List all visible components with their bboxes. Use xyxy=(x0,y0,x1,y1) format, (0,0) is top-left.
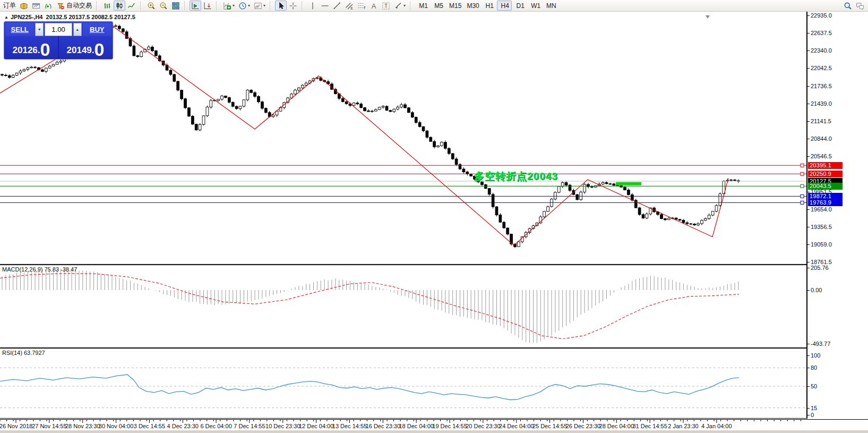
timeframe-h4-button[interactable]: H4 xyxy=(497,1,512,11)
sell-price[interactable]: 20126.0 xyxy=(5,36,57,59)
auto-scroll-icon[interactable] xyxy=(190,1,201,11)
trendline-icon[interactable] xyxy=(331,1,343,11)
time-axis-label: 12 Dec 04:00 xyxy=(299,423,333,429)
tile-windows-icon[interactable] xyxy=(170,1,182,11)
crosshair-icon[interactable] xyxy=(287,1,299,11)
timeframe-m15-button[interactable]: M15 xyxy=(446,1,463,11)
toolbar-separator xyxy=(410,2,412,10)
axis-tick-label: 21736.5 xyxy=(807,83,832,89)
line-chart-icon[interactable] xyxy=(126,1,137,11)
sell-button[interactable]: SELL xyxy=(5,23,34,36)
rsi-indicator-panel[interactable]: RSI(14) 63.7927 xyxy=(0,348,807,419)
auto-trading-button[interactable]: 自动交易 xyxy=(55,1,93,11)
time-axis-label: 19 Dec 14:55 xyxy=(432,423,467,429)
signals-icon[interactable] xyxy=(42,1,54,11)
indicators-icon[interactable]: ▾ xyxy=(221,1,236,11)
mt4-window: 订单自动交易▾▾▾EFAT▾M1M5M15M30H1H4D1W1MN ▲JPN2… xyxy=(0,0,868,433)
toolbar-separator xyxy=(96,2,99,10)
window-bottom-edge xyxy=(0,430,868,433)
trade-panel-divider xyxy=(58,36,59,59)
timeframe-d1-button[interactable]: D1 xyxy=(512,1,527,11)
vertical-line-icon[interactable] xyxy=(307,1,319,11)
timeframe-mn-button[interactable]: MN xyxy=(543,1,558,11)
axis-tick-label: 100 xyxy=(807,352,820,359)
timeframe-m1-button[interactable]: M1 xyxy=(415,1,430,11)
search-icon[interactable] xyxy=(842,1,854,11)
buy-price[interactable]: 20149.0 xyxy=(59,36,111,59)
chat-icon[interactable] xyxy=(854,1,866,11)
market-watch-icon[interactable] xyxy=(18,1,30,11)
zoom-out-icon[interactable] xyxy=(158,1,169,11)
time-axis-label: 4 Dec 23:30 xyxy=(167,423,199,429)
svg-text:F: F xyxy=(364,6,366,10)
timeframe-w1-button[interactable]: W1 xyxy=(528,1,543,11)
new-order-button[interactable]: 订单 xyxy=(0,1,18,11)
timeframe-m30-button[interactable]: M30 xyxy=(463,1,480,11)
chart-window-icon[interactable] xyxy=(30,1,42,11)
volume-decrease-button[interactable]: ▼ xyxy=(35,23,44,36)
price-chart-panel[interactable]: ▲JPN225-,H4 20132.5 20137.5 20082.5 2012… xyxy=(0,12,807,265)
axis-tick-label: 0 xyxy=(807,412,814,418)
axis-tick-label: 50 xyxy=(807,383,817,389)
time-axis-label: 6 Dec 04:00 xyxy=(200,423,231,429)
collapse-icon[interactable]: ▲ xyxy=(4,15,8,20)
macd-axis[interactable]: 205.760.00-493.77 xyxy=(807,265,868,348)
timeframe-h1-button[interactable]: H1 xyxy=(482,1,496,11)
time-axis[interactable]: 26 Nov 201827 Nov 14:5528 Nov 23:3030 No… xyxy=(0,419,868,430)
price-level-tag: 19763.9 xyxy=(808,199,843,206)
svg-text:E: E xyxy=(351,6,354,10)
text-label-icon[interactable]: T xyxy=(380,1,392,11)
time-axis-label: 18 Dec 04:00 xyxy=(399,423,433,429)
chart-annotation-text: 多空转折点20043 xyxy=(474,169,558,183)
toolbar-separator xyxy=(270,2,272,10)
arrows-icon[interactable]: ▾ xyxy=(392,1,407,11)
cursor-icon[interactable] xyxy=(275,1,287,11)
time-axis-label: 16 Dec 23:30 xyxy=(366,423,400,429)
candlestick-chart[interactable] xyxy=(0,12,807,265)
axis-tick-label: 20844.0 xyxy=(807,135,832,142)
sell-price-big-digit: 0 xyxy=(40,41,50,57)
chart-shift-icon[interactable] xyxy=(202,1,213,11)
time-axis-label: 13 Dec 14:55 xyxy=(332,423,367,429)
time-axis-label: 28 Dec 04:00 xyxy=(599,423,634,429)
timeframe-m5-button[interactable]: M5 xyxy=(431,1,445,11)
fibonacci-icon[interactable]: F xyxy=(356,1,367,11)
rsi-label: RSI(14) 63.7927 xyxy=(2,350,45,356)
symbol-period-label: JPN225-,H4 xyxy=(11,14,43,20)
buy-button[interactable]: BUY xyxy=(83,23,111,36)
axis-tick-label: 19059.0 xyxy=(807,241,832,248)
price-level-tag: 20395.1 xyxy=(808,162,843,169)
axis-tick-label: -493.77 xyxy=(807,341,830,347)
macd-indicator-panel[interactable]: MACD(12,26,9) 75.83 -38.47 xyxy=(0,265,807,348)
toolbar-separator xyxy=(140,2,143,10)
equidistant-channel-icon[interactable]: E xyxy=(343,1,355,11)
zoom-in-icon[interactable] xyxy=(145,1,157,11)
rsi-axis[interactable]: 1008050150 xyxy=(807,348,868,419)
volume-increase-button[interactable]: ▲ xyxy=(73,23,82,36)
horizontal-line-icon[interactable] xyxy=(319,1,331,11)
templates-icon[interactable]: ▾ xyxy=(252,1,267,11)
axis-tick-label: 22637.5 xyxy=(807,30,832,36)
volume-input[interactable] xyxy=(45,23,72,36)
one-click-trading-panel: SELL ▼ ▲ BUY 20126.0 20149.0 xyxy=(4,21,113,60)
axis-tick-label: 205.76 xyxy=(807,265,829,271)
text-icon[interactable]: A xyxy=(368,1,380,11)
sell-price-main: 20126. xyxy=(13,45,40,56)
buy-price-big-digit: 0 xyxy=(94,41,105,57)
candlestick-chart-icon[interactable] xyxy=(114,1,125,11)
price-axis[interactable]: 22935.022637.522340.022042.521736.521439… xyxy=(807,12,868,265)
axis-tick-label: 22935.0 xyxy=(807,12,832,19)
ohlc-values: 20132.5 20137.5 20082.5 20127.5 xyxy=(46,14,135,20)
time-axis-label: 28 Nov 23:30 xyxy=(65,423,100,429)
axis-tick-label: 80 xyxy=(807,364,817,371)
axis-tick-label: 0.00 xyxy=(807,287,822,293)
toolbar: 订单自动交易▾▾▾EFAT▾M1M5M15M30H1H4D1W1MN xyxy=(0,0,868,12)
time-axis-label: 7 Dec 14:55 xyxy=(234,423,265,429)
axis-tick-label: 20546.5 xyxy=(807,153,832,159)
axis-tick-label: 22340.0 xyxy=(807,47,832,54)
periods-icon[interactable]: ▾ xyxy=(237,1,252,11)
toolbar-separator xyxy=(184,2,187,10)
bar-chart-icon[interactable] xyxy=(101,1,113,11)
time-axis-label: 27 Nov 14:55 xyxy=(32,423,66,429)
chart-title: ▲JPN225-,H4 20132.5 20137.5 20082.5 2012… xyxy=(4,14,135,20)
